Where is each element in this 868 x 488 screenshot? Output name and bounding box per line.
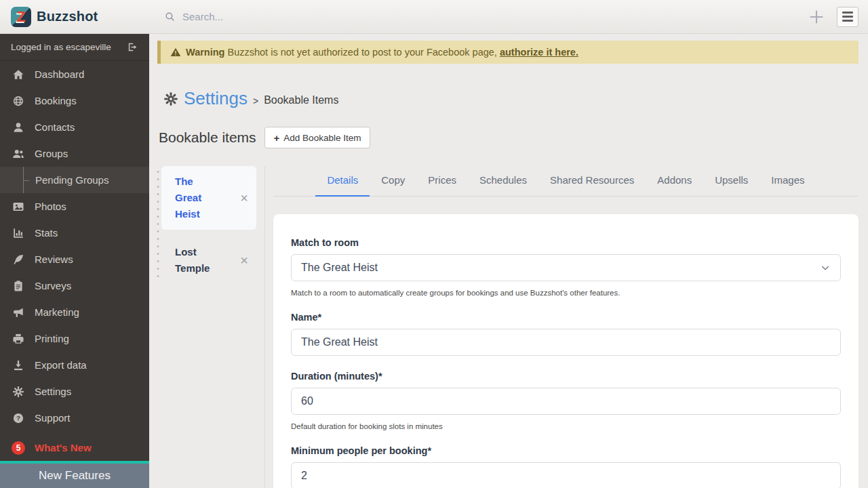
list-panel-divider: [264, 166, 265, 488]
warning-icon: [170, 47, 181, 58]
list-item-lost-temple[interactable]: Lost Temple ×: [161, 237, 256, 284]
details-form-card: Match to room The Great Heist Match to a…: [273, 214, 859, 488]
sidebar: Logged in as escapeville Dashboard Booki…: [0, 34, 149, 488]
hamburger-icon: [842, 12, 853, 14]
breadcrumb: Settings > Bookable Items: [163, 88, 868, 109]
brand-name: Buzzshot: [37, 9, 98, 24]
add-icon[interactable]: [807, 7, 826, 26]
clipboard-icon: [11, 280, 26, 292]
tab-schedules[interactable]: Schedules: [468, 166, 538, 196]
top-bar: Z Buzzshot: [0, 0, 868, 34]
page-title: Bookable items: [159, 129, 256, 146]
logged-in-row: Logged in as escapeville: [0, 34, 149, 61]
sidebar-item-support[interactable]: ? Support: [0, 405, 149, 431]
question-icon: ?: [11, 412, 26, 424]
chevron-down-icon: [820, 262, 831, 273]
match-to-room-help: Match to a room to automatically create …: [291, 289, 841, 297]
printer-icon: [11, 333, 26, 345]
globe-icon: [11, 95, 26, 107]
sidebar-item-contacts[interactable]: Contacts: [0, 114, 149, 140]
sidebar-item-marketing[interactable]: Marketing: [0, 299, 149, 325]
add-bookable-item-button[interactable]: + Add Bookable Item: [264, 127, 371, 148]
duration-field[interactable]: [291, 388, 841, 415]
match-to-room-select[interactable]: The Great Heist: [291, 254, 841, 281]
min-people-label: Minimum people per booking*: [291, 445, 841, 456]
megaphone-icon: [11, 306, 26, 319]
svg-text:?: ?: [16, 414, 20, 422]
sidebar-item-printing[interactable]: Printing: [0, 325, 149, 352]
authorize-link[interactable]: authorize it here.: [500, 47, 578, 58]
settings-gear-icon: [163, 92, 178, 106]
list-item-the-great-heist[interactable]: The Great Heist ×: [161, 166, 256, 230]
sidebar-item-settings[interactable]: Settings: [0, 378, 149, 405]
tab-upsells[interactable]: Upsells: [703, 166, 760, 196]
sidebar-item-bookings[interactable]: Bookings: [0, 87, 149, 114]
tab-prices[interactable]: Prices: [416, 166, 468, 196]
plus-icon: +: [274, 132, 280, 144]
hamburger-menu-button[interactable]: [837, 7, 859, 27]
match-to-room-label: Match to room: [291, 237, 841, 248]
name-field[interactable]: [291, 329, 841, 356]
duration-label: Duration (minutes)*: [291, 371, 841, 382]
duration-help: Default duration for booking slots in mi…: [291, 422, 841, 430]
sidebar-item-reviews[interactable]: Reviews: [0, 246, 149, 272]
sidebar-item-dashboard[interactable]: Dashboard: [0, 61, 149, 87]
sidebar-item-pending-groups[interactable]: Pending Groups: [0, 167, 149, 193]
item-drag-handle[interactable]: [155, 166, 161, 278]
search-icon: [164, 11, 176, 22]
bookable-items-list: The Great Heist × Lost Temple ×: [161, 166, 256, 284]
main-content: Warning Buzzshot is not yet authorized t…: [149, 34, 868, 488]
sidebar-item-whats-new[interactable]: 5 What's New: [0, 434, 149, 461]
photo-icon: [11, 201, 26, 213]
feather-icon: [11, 253, 26, 266]
whats-new-badge: 5: [12, 441, 25, 455]
sidebar-item-photos[interactable]: Photos: [0, 193, 149, 220]
sidebar-item-export-data[interactable]: Export data: [0, 352, 149, 378]
users-icon: [11, 148, 26, 160]
brand-logo[interactable]: Z Buzzshot: [0, 7, 149, 27]
tab-images[interactable]: Images: [760, 166, 816, 196]
tab-copy[interactable]: Copy: [370, 166, 416, 196]
min-people-field[interactable]: [291, 462, 841, 488]
breadcrumb-page: Bookable Items: [264, 94, 338, 106]
warning-text: Warning Buzzshot is not yet authorized t…: [186, 47, 578, 58]
tab-addons[interactable]: Addons: [646, 166, 703, 196]
user-icon: [11, 121, 26, 134]
detail-tabs: Details Copy Prices Schedules Shared Res…: [273, 166, 859, 197]
name-label: Name*: [291, 312, 841, 323]
sidebar-item-groups[interactable]: Groups: [0, 140, 149, 167]
new-features-bar[interactable]: New Features: [0, 461, 149, 488]
tab-details[interactable]: Details: [315, 166, 370, 197]
remove-item-icon[interactable]: ×: [237, 252, 251, 268]
warning-banner: Warning Buzzshot is not yet authorized t…: [157, 41, 859, 64]
stats-icon: [11, 227, 26, 239]
sidebar-item-stats[interactable]: Stats: [0, 220, 149, 246]
gear-icon: [11, 386, 26, 398]
search-input[interactable]: [182, 11, 454, 22]
buzzshot-logo-icon: Z: [11, 7, 31, 27]
download-icon: [11, 359, 26, 371]
breadcrumb-settings-link[interactable]: Settings: [184, 88, 248, 109]
search-bar: [149, 11, 807, 22]
logout-icon[interactable]: [127, 41, 138, 53]
logged-in-label: Logged in as escapeville: [11, 42, 111, 52]
remove-item-icon[interactable]: ×: [237, 190, 251, 206]
sidebar-item-surveys[interactable]: Surveys: [0, 272, 149, 299]
tab-shared-resources[interactable]: Shared Resources: [538, 166, 646, 196]
home-icon: [11, 68, 26, 81]
breadcrumb-separator: >: [253, 96, 258, 106]
